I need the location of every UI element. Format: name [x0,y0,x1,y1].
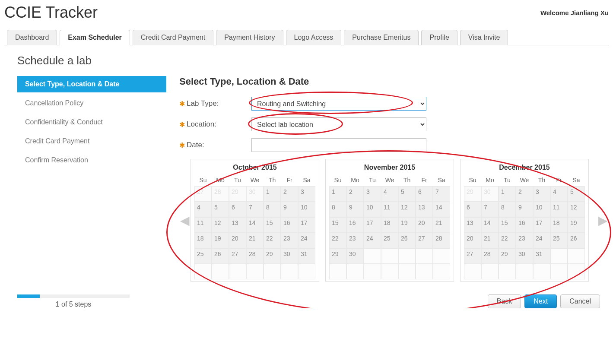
calendar-day[interactable]: 1 [329,186,346,202]
next-button[interactable]: Next [524,294,557,308]
calendar-day[interactable]: 5 [568,186,585,202]
calendar-day[interactable]: 29 [499,248,516,264]
calendar-day[interactable]: 16 [516,217,533,233]
calendar-day[interactable]: 2 [346,186,364,202]
calendar-day[interactable]: 12 [398,202,416,217]
calendar-day[interactable]: 5 [398,186,416,202]
calendar-day[interactable]: 8 [329,202,346,217]
calendar-day[interactable]: 19 [398,217,416,233]
calendar-day[interactable]: 31 [533,248,550,264]
calendar-day[interactable]: 26 [398,233,416,248]
calendar-day[interactable]: 27 [464,248,481,264]
calendar-day[interactable]: 13 [229,217,246,233]
calendar-day[interactable]: 4 [381,186,398,202]
calendar-day[interactable]: 20 [416,217,433,233]
calendar-day[interactable]: 3 [298,186,315,202]
calendar-day[interactable]: 21 [481,233,499,248]
calendar-day[interactable]: 15 [499,217,516,233]
calendar-day[interactable]: 23 [281,233,298,248]
calendar-day[interactable]: 26 [568,233,585,248]
calendar-day[interactable]: 28 [481,248,499,264]
calendar-day[interactable]: 7 [481,202,499,217]
tab-logo-access[interactable]: Logo Access [286,30,342,45]
calendar-day[interactable]: 15 [329,217,346,233]
calendar-day[interactable]: 13 [416,202,433,217]
calendar-day[interactable]: 18 [194,233,212,248]
calendar-day[interactable]: 2 [281,186,298,202]
tab-exam-scheduler[interactable]: Exam Scheduler [60,30,130,45]
calendar-day[interactable]: 17 [364,217,381,233]
calendar-day[interactable]: 9 [281,202,298,217]
tab-dashboard[interactable]: Dashboard [7,30,57,45]
calendar-day[interactable]: 9 [516,202,533,217]
calendar-day[interactable]: 11 [194,217,212,233]
calendar-day[interactable]: 22 [499,233,516,248]
calendar-day[interactable]: 23 [346,233,364,248]
calendar-day[interactable]: 18 [550,217,568,233]
calendar-day[interactable]: 10 [533,202,550,217]
calendar-day[interactable]: 10 [364,202,381,217]
step-confidentiality-conduct[interactable]: Confidentiality & Conduct [17,114,166,130]
calendar-day[interactable]: 30 [346,248,364,264]
tab-payment-history[interactable]: Payment History [216,30,283,45]
calendar-day[interactable]: 26 [212,248,229,264]
calendar-day[interactable]: 17 [533,217,550,233]
calendar-day[interactable]: 5 [212,202,229,217]
calendar-day[interactable]: 15 [264,217,281,233]
calendar-day[interactable]: 8 [499,202,516,217]
calendar-day[interactable]: 4 [194,202,212,217]
tab-purchase-emeritus[interactable]: Purchase Emeritus [344,30,419,45]
calendar-day[interactable]: 19 [568,217,585,233]
location-select[interactable]: Select lab location [251,117,426,131]
tab-credit-card-payment[interactable]: Credit Card Payment [133,30,213,45]
calendar-day[interactable]: 28 [433,233,450,248]
calendar-day[interactable]: 20 [464,233,481,248]
calendar-day[interactable]: 3 [533,186,550,202]
calendar-day[interactable]: 25 [194,248,212,264]
calendar-day[interactable]: 16 [346,217,364,233]
calendar-day[interactable]: 12 [212,217,229,233]
back-button[interactable]: Back [488,294,521,308]
calendar-day[interactable]: 20 [229,233,246,248]
calendar-day[interactable]: 6 [464,202,481,217]
calendar-day[interactable]: 11 [550,202,568,217]
calendar-day[interactable]: 30 [516,248,533,264]
tab-profile[interactable]: Profile [421,30,457,45]
calendar-day[interactable]: 22 [329,233,346,248]
calendar-day[interactable]: 14 [433,202,450,217]
calendar-day[interactable]: 9 [346,202,364,217]
calendar-day[interactable]: 19 [212,233,229,248]
calendar-day[interactable]: 16 [281,217,298,233]
calendar-day[interactable]: 30 [281,248,298,264]
calendar-day[interactable]: 21 [433,217,450,233]
calendar-day[interactable]: 29 [264,248,281,264]
calendar-day[interactable]: 6 [229,202,246,217]
step-cancellation-policy[interactable]: Cancellation Policy [17,95,166,111]
calendar-day[interactable]: 25 [381,233,398,248]
calendar-day[interactable]: 17 [298,217,315,233]
calendar-day[interactable]: 4 [550,186,568,202]
calendar-day[interactable]: 3 [364,186,381,202]
calendar-day[interactable]: 7 [433,186,450,202]
step-select-type-location-date[interactable]: Select Type, Location & Date [17,76,166,92]
calendar-next-icon[interactable]: ▶ [596,211,610,230]
calendar-day[interactable]: 7 [246,202,264,217]
calendar-day[interactable]: 29 [329,248,346,264]
calendar-day[interactable]: 1 [499,186,516,202]
calendar-day[interactable]: 27 [416,233,433,248]
calendar-day[interactable]: 23 [516,233,533,248]
step-credit-card-payment[interactable]: Credit Card Payment [17,133,166,149]
calendar-day[interactable]: 21 [246,233,264,248]
tab-visa-invite[interactable]: Visa Invite [460,30,508,45]
calendar-day[interactable]: 24 [364,233,381,248]
calendar-day[interactable]: 22 [264,233,281,248]
calendar-day[interactable]: 18 [381,217,398,233]
step-confirm-reservation[interactable]: Confirm Reservation [17,152,166,168]
calendar-day[interactable]: 14 [246,217,264,233]
calendar-day[interactable]: 6 [416,186,433,202]
calendar-day[interactable]: 31 [298,248,315,264]
date-input[interactable] [251,138,426,152]
calendar-day[interactable]: 24 [533,233,550,248]
calendar-day[interactable]: 11 [381,202,398,217]
calendar-day[interactable]: 24 [298,233,315,248]
